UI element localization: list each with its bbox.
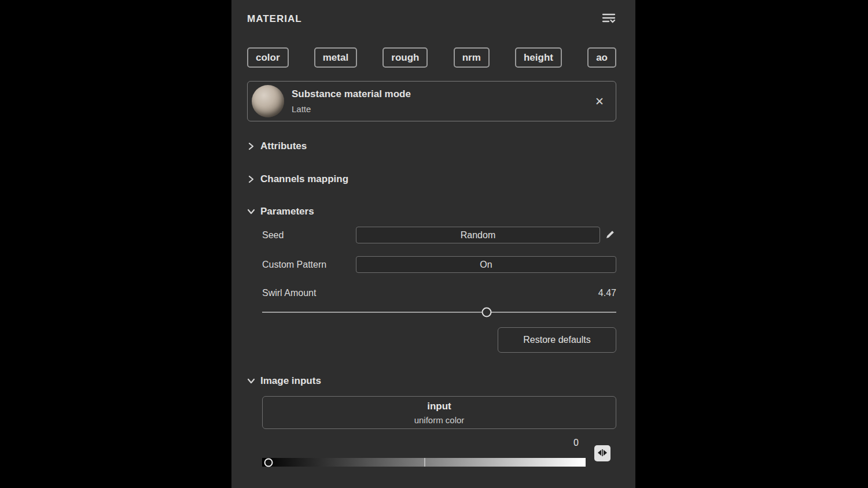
image-input-button[interactable]: input uniform color: [262, 396, 616, 429]
image-input-gradient-row: 0: [262, 429, 616, 467]
swap-arrows-icon: [598, 449, 607, 459]
section-title-parameters: Parameters: [260, 206, 314, 217]
section-header-channels-mapping[interactable]: Channels mapping: [247, 173, 616, 185]
channel-tab-color[interactable]: color: [247, 47, 289, 68]
param-row-custom-pattern: Custom Pattern On: [262, 256, 616, 273]
channel-tab-height[interactable]: height: [515, 47, 562, 68]
swirl-slider-handle[interactable]: [482, 308, 492, 317]
material-card[interactable]: Substance material mode Latte ✕: [247, 81, 616, 121]
material-card-text: Substance material mode Latte: [292, 88, 411, 114]
chevron-right-icon: [247, 142, 255, 150]
gradient-slider[interactable]: [262, 458, 586, 467]
section-title-image-inputs: Image inputs: [260, 375, 321, 387]
list-sort-icon: [601, 12, 616, 27]
swirl-amount-slider[interactable]: [262, 306, 616, 318]
gradient-column: 0: [262, 429, 586, 467]
material-panel: MATERIAL color metal rough nrm height ao: [231, 0, 635, 488]
pencil-icon: [605, 232, 616, 241]
section-header-image-inputs[interactable]: Image inputs: [247, 375, 616, 387]
section-header-attributes[interactable]: Attributes: [247, 141, 616, 152]
seed-label: Seed: [262, 230, 356, 241]
panel-header: MATERIAL: [247, 12, 616, 27]
section-header-parameters[interactable]: Parameters: [247, 206, 616, 217]
seed-edit-button[interactable]: [604, 229, 616, 241]
section-title-channels-mapping: Channels mapping: [260, 173, 348, 185]
swirl-amount-value: 4.47: [598, 288, 616, 298]
seed-value-button[interactable]: Random: [356, 227, 600, 243]
param-row-seed: Seed Random: [262, 227, 616, 243]
material-mode-label: Substance material mode: [292, 88, 411, 100]
gradient-midpoint-tick: [424, 458, 425, 467]
param-row-swirl-amount: Swirl Amount 4.47: [262, 287, 616, 299]
section-title-attributes: Attributes: [260, 141, 307, 152]
chevron-down-icon: [247, 208, 255, 215]
channel-tab-nrm[interactable]: nrm: [454, 47, 490, 68]
chevron-down-icon: [247, 378, 255, 385]
channel-tab-metal[interactable]: metal: [314, 47, 357, 68]
material-name-label: Latte: [292, 104, 411, 114]
custom-pattern-toggle-button[interactable]: On: [356, 256, 616, 273]
channel-tab-ao[interactable]: ao: [587, 47, 616, 68]
material-thumbnail: [252, 85, 284, 117]
close-icon[interactable]: ✕: [595, 96, 604, 107]
image-input-title: input: [427, 401, 451, 412]
swirl-slider-track[interactable]: [262, 312, 616, 313]
swap-values-button[interactable]: [594, 445, 610, 461]
channel-tab-rough[interactable]: rough: [382, 47, 428, 68]
swirl-amount-label: Swirl Amount: [262, 288, 356, 298]
channel-tabs: color metal rough nrm height ao: [247, 47, 616, 68]
restore-defaults-row: Restore defaults: [247, 327, 616, 353]
gradient-handle[interactable]: [264, 458, 273, 467]
panel-title: MATERIAL: [247, 13, 302, 25]
gradient-value: 0: [262, 438, 586, 449]
image-input-subtitle: uniform color: [414, 415, 465, 425]
restore-defaults-button[interactable]: Restore defaults: [498, 327, 616, 353]
panel-menu-button[interactable]: [601, 12, 616, 27]
chevron-right-icon: [247, 175, 255, 183]
custom-pattern-label: Custom Pattern: [262, 260, 356, 270]
